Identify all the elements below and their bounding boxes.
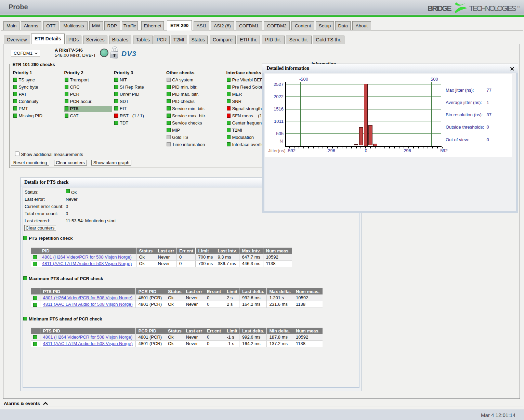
svg-text:TECHNOLOGIES: TECHNOLOGIES [469, 4, 516, 13]
svg-text:DV3: DV3 [121, 50, 136, 57]
svg-text:BRIDGE: BRIDGE [428, 4, 452, 13]
svg-text:TM: TM [517, 5, 520, 8]
